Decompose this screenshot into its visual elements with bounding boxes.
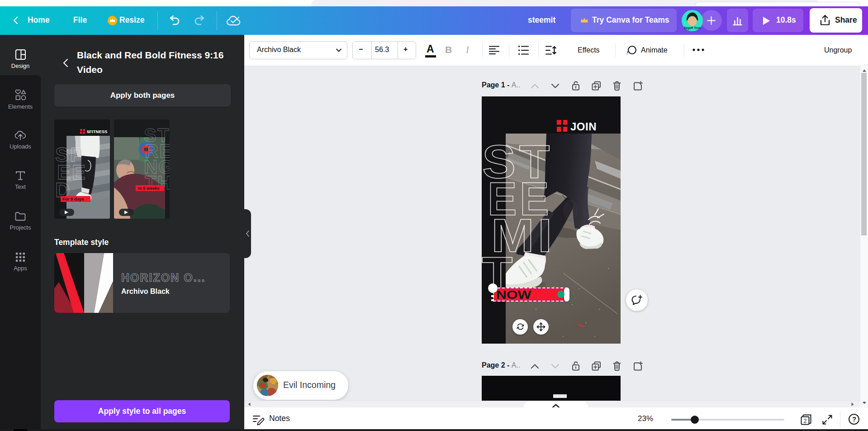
svg-text:5FITNESS: 5FITNESS — [87, 129, 107, 134]
svg-text:JOIN: JOIN — [570, 120, 597, 133]
svg-text:For 5 days: For 5 days — [62, 196, 84, 201]
svg-text:SagoR Tech: SagoR Tech — [684, 26, 701, 30]
svg-text:In 5 weeks: In 5 weeks — [138, 186, 160, 191]
svg-text:2: 2 — [804, 418, 807, 424]
